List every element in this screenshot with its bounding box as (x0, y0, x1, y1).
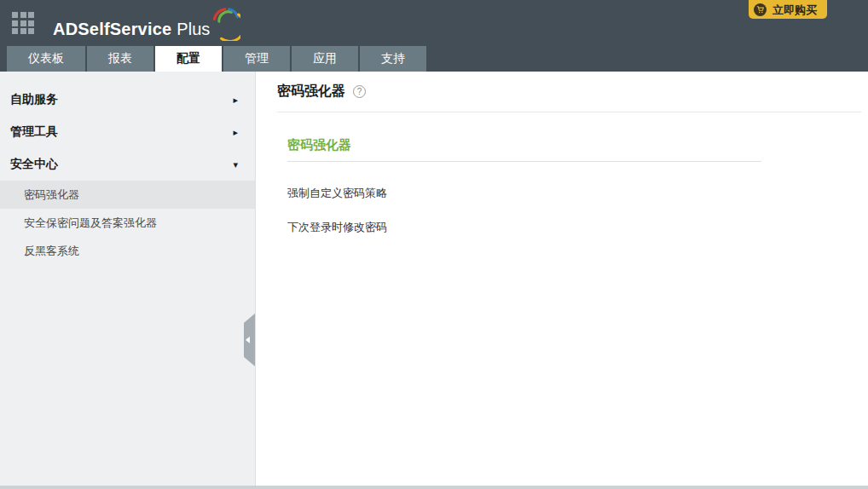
page-header: 密码强化器 ? (277, 83, 861, 101)
sidebar-item-admin-tools[interactable]: 管理工具 ▸ (0, 116, 255, 148)
sidebar-group-label: 管理工具 (10, 124, 58, 140)
sidebar-sub-label: 安全保密问题及答案强化器 (24, 216, 157, 231)
password-strengthener-section: 密码强化器 强制自定义密码策略 下次登录时修改密码 (287, 137, 861, 235)
sidebar-collapse-handle[interactable] (244, 314, 255, 366)
section-heading: 密码强化器 (287, 137, 861, 153)
link-enforce-custom-password-policy[interactable]: 强制自定义密码策略 (287, 186, 861, 201)
tab-reports[interactable]: 报表 (87, 46, 153, 72)
sidebar-item-security-center[interactable]: 安全中心 ▾ (0, 148, 255, 181)
brand-suffix: Plus (176, 20, 210, 39)
main-content: 密码强化器 ? 密码强化器 强制自定义密码策略 下次登录时修改密码 (256, 72, 868, 486)
chevron-right-icon: ▸ (233, 127, 238, 138)
brand-name: ADSelfService (53, 20, 171, 39)
sidebar-item-self-service[interactable]: 自助服务 ▸ (0, 83, 255, 116)
sidebar: 自助服务 ▸ 管理工具 ▸ 安全中心 ▾ 密码强化器 安全保密问题及答案强化器 … (0, 72, 256, 486)
app-grid-icon[interactable] (12, 12, 34, 34)
link-change-password-at-next-logon[interactable]: 下次登录时修改密码 (287, 220, 861, 235)
buy-now-button[interactable]: 立即购买 (749, 0, 827, 19)
tab-configuration[interactable]: 配置 (155, 46, 222, 72)
help-icon[interactable]: ? (353, 85, 366, 98)
tab-support[interactable]: 支持 (360, 46, 426, 72)
buy-now-label: 立即购买 (773, 4, 817, 15)
sidebar-sub-label: 反黑客系统 (24, 244, 79, 259)
tab-dashboard[interactable]: 仪表板 (7, 46, 85, 72)
content-area: 自助服务 ▸ 管理工具 ▸ 安全中心 ▾ 密码强化器 安全保密问题及答案强化器 … (0, 72, 868, 486)
sidebar-item-security-qa-strengthener[interactable]: 安全保密问题及答案强化器 (0, 209, 255, 237)
title-divider (277, 112, 861, 112)
cart-icon (754, 3, 767, 16)
bottom-edge (0, 486, 868, 489)
sidebar-item-password-strengthener[interactable]: 密码强化器 (0, 181, 255, 209)
tab-application[interactable]: 应用 (292, 46, 358, 72)
nav-tabs: 仪表板 报表 配置 管理 应用 支持 (0, 46, 868, 72)
sidebar-group-label: 自助服务 (10, 92, 58, 107)
sidebar-item-anti-hacker-system[interactable]: 反黑客系统 (0, 237, 255, 265)
top-bar: ADSelfService Plus 立即购买 仪表板 报表 配置 管理 (0, 0, 868, 72)
page-title: 密码强化器 (277, 83, 345, 101)
brand-logo: ADSelfService Plus (53, 7, 240, 39)
section-divider (287, 161, 761, 162)
tab-admin[interactable]: 管理 (223, 46, 290, 72)
sidebar-group-label: 安全中心 (10, 157, 58, 172)
chevron-left-icon (246, 337, 250, 343)
sidebar-sub-label: 密码强化器 (24, 187, 79, 203)
chevron-down-icon: ▾ (233, 159, 238, 170)
header-row: ADSelfService Plus 立即购买 (0, 0, 868, 46)
logo-swoosh-icon (211, 7, 240, 41)
chevron-right-icon: ▸ (233, 95, 238, 106)
